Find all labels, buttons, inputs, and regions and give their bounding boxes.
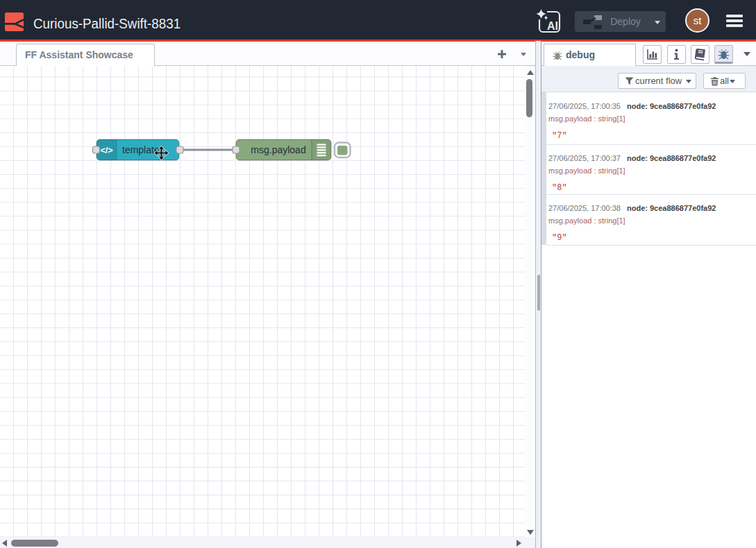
svg-text:AI: AI (547, 20, 558, 32)
svg-text:template: template (122, 144, 160, 155)
svg-text:</>: </> (100, 146, 112, 155)
svg-text:msg.payload: msg.payload (251, 144, 305, 155)
